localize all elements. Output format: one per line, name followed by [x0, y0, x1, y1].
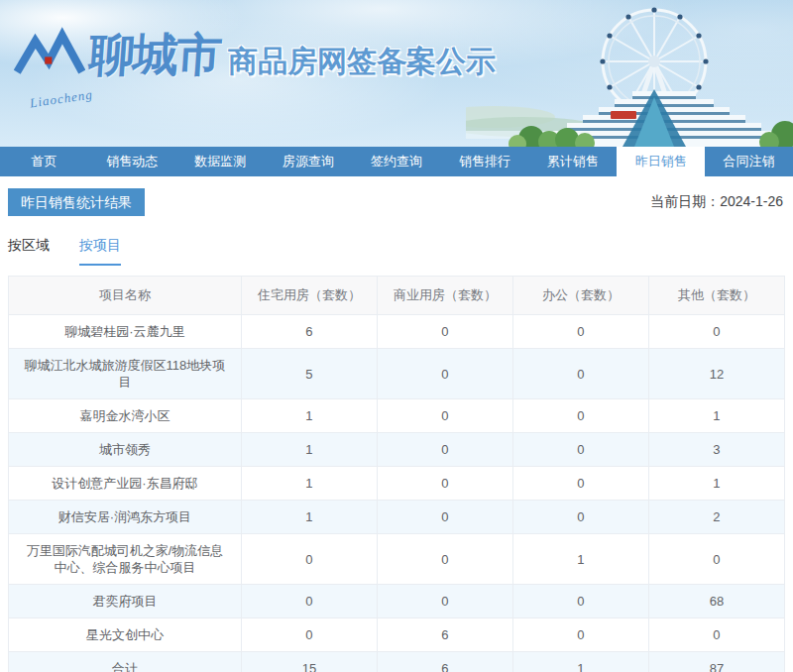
table-cell: 0: [648, 534, 784, 585]
nav-item-3[interactable]: 数据监测: [176, 147, 265, 176]
table-cell: 2: [648, 501, 784, 534]
table-column-header: 其他（套数）: [648, 277, 784, 315]
table-row: 设计创意产业园·东昌府邸1001: [9, 467, 785, 501]
current-date-value: 2024-1-26: [720, 193, 783, 209]
table-cell: 1: [648, 467, 784, 501]
table-cell: 1: [512, 534, 648, 585]
current-date-label: 当前日期：: [650, 193, 720, 209]
table-cell: 财信安居·润鸿东方项目: [9, 501, 242, 534]
logo-script-text: Liaocheng: [29, 87, 93, 112]
page: Liaocheng 聊城市 商品房网签备案公示 首页销售动态数据监测房源查询签约…: [0, 0, 793, 672]
nav-item-5[interactable]: 签约查询: [353, 147, 441, 176]
sales-statistics-table: 项目名称住宅用房（套数）商业用房（套数）办公（套数）其他（套数） 聊城碧桂园·云…: [8, 276, 785, 672]
table-cell: 0: [241, 585, 377, 618]
table-cell: 0: [377, 433, 512, 467]
table-cell: 87: [648, 652, 784, 672]
table-cell: 0: [512, 585, 648, 618]
table-cell: 0: [648, 618, 784, 652]
site-header: Liaocheng 聊城市 商品房网签备案公示: [0, 0, 793, 147]
table-column-header: 项目名称: [9, 277, 242, 315]
table-cell: 6: [377, 652, 512, 672]
table-row: 星光文创中心0600: [9, 618, 785, 652]
table-row: 嘉明金水湾小区1001: [9, 399, 785, 433]
table-cell: 0: [377, 349, 512, 399]
title-row: 昨日销售统计结果 当前日期：2024-1-26: [8, 188, 785, 216]
table-cell: 0: [512, 315, 648, 349]
table-cell: 聊城江北水城旅游度假区118地块项目: [9, 349, 242, 399]
table-cell: 0: [377, 585, 512, 618]
table-row: 君奕府项目00068: [9, 585, 785, 618]
table-cell: 1: [241, 501, 377, 534]
table-cell: 合计: [9, 652, 242, 672]
table-cell: 0: [512, 399, 648, 433]
nav-item-4[interactable]: 房源查询: [265, 147, 353, 176]
nav-item-6[interactable]: 销售排行: [440, 147, 528, 176]
table-cell: 聊城碧桂园·云麓九里: [9, 315, 242, 349]
table-cell: 0: [241, 534, 377, 585]
table-cell: 15: [241, 652, 377, 672]
nav-item-9[interactable]: 合同注销: [705, 147, 793, 176]
table-cell: 0: [377, 501, 512, 534]
nav-item-8[interactable]: 昨日销售: [617, 147, 705, 176]
table-cell: 12: [648, 349, 784, 399]
nav-item-2[interactable]: 销售动态: [88, 147, 176, 176]
table-cell: 0: [512, 467, 648, 501]
table-header-row: 项目名称住宅用房（套数）商业用房（套数）办公（套数）其他（套数）: [9, 277, 785, 315]
site-logo: Liaocheng 聊城市 商品房网签备案公示: [14, 26, 496, 83]
table-row: 聊城碧桂园·云麓九里6000: [9, 315, 785, 349]
table-cell: 1: [512, 652, 648, 672]
tab-1[interactable]: 按区域: [8, 237, 50, 264]
main-content: 昨日销售统计结果 当前日期：2024-1-26 按区域按项目 项目名称住宅用房（…: [0, 176, 793, 672]
table-cell: 1: [241, 433, 377, 467]
table-cell: 设计创意产业园·东昌府邸: [9, 467, 242, 501]
table-cell: 5: [241, 349, 377, 399]
table-cell: 1: [648, 399, 784, 433]
main-nav: 首页销售动态数据监测房源查询签约查询销售排行累计销售昨日销售合同注销: [0, 147, 793, 176]
tab-2[interactable]: 按项目: [79, 237, 121, 266]
table-cell: 0: [512, 618, 648, 652]
table-cell: 6: [241, 315, 377, 349]
table-row: 万里国际汽配城司机之家/物流信息中心、综合服务中心项目0010: [9, 534, 785, 585]
table-cell: 1: [241, 399, 377, 433]
nav-item-7[interactable]: 累计销售: [528, 147, 617, 176]
table-cell: 1: [241, 467, 377, 501]
logo-m-icon: Liaocheng: [14, 26, 85, 83]
table-cell: 星光文创中心: [9, 618, 242, 652]
table-cell: 0: [512, 501, 648, 534]
nav-item-1[interactable]: 首页: [0, 147, 88, 176]
table-cell: 君奕府项目: [9, 585, 242, 618]
table-cell: 0: [377, 399, 512, 433]
table-cell: 0: [648, 315, 784, 349]
table-cell: 6: [377, 618, 512, 652]
table-column-header: 商业用房（套数）: [377, 277, 512, 315]
table-column-header: 住宅用房（套数）: [241, 277, 377, 315]
table-cell: 0: [377, 467, 512, 501]
table-column-header: 办公（套数）: [512, 277, 648, 315]
table-row: 合计156187: [9, 652, 785, 672]
table-row: 财信安居·润鸿东方项目1002: [9, 501, 785, 534]
table-cell: 城市领秀: [9, 433, 242, 467]
site-title-text: 商品房网签备案公示: [228, 42, 496, 81]
table-row: 城市领秀1003: [9, 433, 785, 467]
table-cell: 68: [648, 585, 784, 618]
table-cell: 0: [241, 618, 377, 652]
current-date: 当前日期：2024-1-26: [650, 193, 785, 211]
table-row: 聊城江北水城旅游度假区118地块项目50012: [9, 349, 785, 399]
table-cell: 0: [377, 315, 512, 349]
table-cell: 3: [648, 433, 784, 467]
table-cell: 0: [512, 433, 648, 467]
table-cell: 0: [377, 534, 512, 585]
table-cell: 嘉明金水湾小区: [9, 399, 242, 433]
section-title-badge: 昨日销售统计结果: [8, 188, 145, 216]
table-cell: 万里国际汽配城司机之家/物流信息中心、综合服务中心项目: [9, 534, 242, 585]
ferris-wheel-illustration: [466, 0, 793, 147]
view-tabs: 按区域按项目: [8, 236, 785, 266]
table-cell: 0: [512, 349, 648, 399]
logo-city-name: 聊城市: [87, 26, 222, 83]
